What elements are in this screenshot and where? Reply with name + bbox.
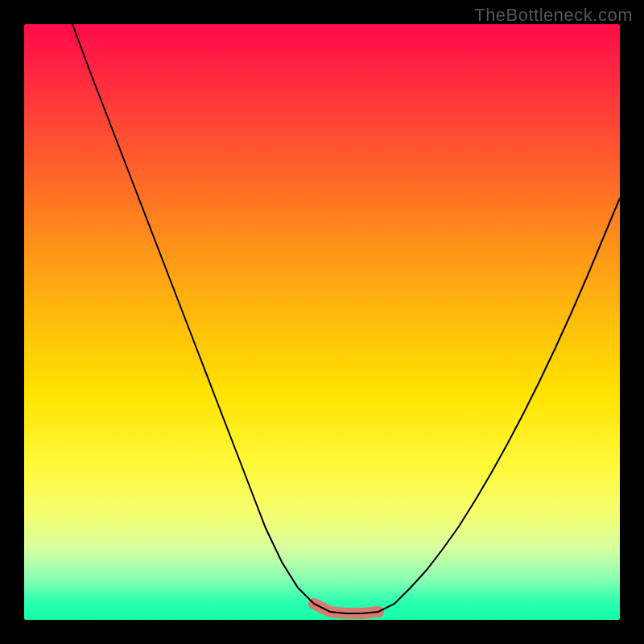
chart-frame: TheBottleneck.com [0, 0, 644, 644]
curve-svg [24, 24, 620, 620]
plot-area [24, 24, 620, 620]
watermark-text: TheBottleneck.com [474, 5, 633, 26]
bottleneck-curve [72, 24, 620, 613]
